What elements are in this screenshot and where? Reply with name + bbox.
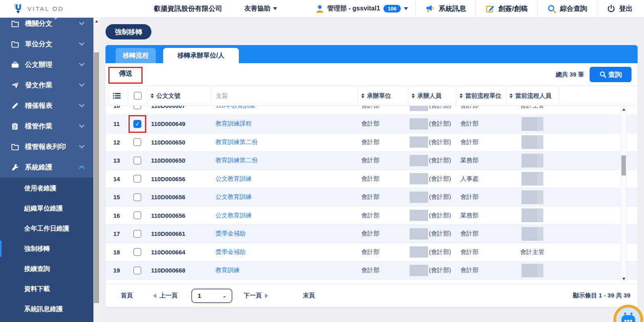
submenu-item-continuation-query[interactable]: 接續查詢 [0,259,93,279]
scroll-up-arrow-icon[interactable] [621,108,626,111]
sidebar-item-archive-operations[interactable]: 檔管作業 [0,116,93,136]
help-menu[interactable]: 友善協助 [244,4,277,13]
row-checkbox-cell [128,188,147,206]
subject-link[interactable]: 獎學金補助 [215,230,246,237]
subject-link[interactable]: 教育訓練第二份 [215,138,258,146]
person-cell: (會計部) [408,152,456,170]
column-unit-header[interactable]: 承辦單位 [358,86,408,105]
redacted-name [410,246,428,258]
pagination-next[interactable]: 下一頁 [244,292,262,299]
subject-link[interactable]: 獎學金補助 [215,248,246,256]
column-list-header[interactable] [106,86,128,105]
scroll-down-arrow-icon[interactable] [621,278,626,281]
column-flow-person-header[interactable]: 當前流程人員 [506,86,559,105]
row-checkbox[interactable] [133,266,141,275]
row-checkbox[interactable] [133,157,141,165]
row-checkbox-cell [128,225,147,243]
table-scrollbar-thumb[interactable] [621,155,626,175]
row-checkbox[interactable] [133,193,141,201]
submenu-item-workday-maintenance[interactable]: 全年工作日維護 [0,219,93,239]
subject-link[interactable]: 教育訓練 [215,266,240,274]
doc-number: 110D000661 [147,225,211,243]
system-maintenance-submenu: 使用者維護 組織單位維護 全年工作日維護 強制移轉 接續查詢 資料下載 系統訊息… [0,178,93,322]
flow-unit-cell: 會計部 [456,115,506,133]
company-name: 叡揚資訊股份有限公司 [154,4,222,13]
sidebar-item-system-maintenance[interactable]: 系統維護 [0,157,93,178]
select-all-checkbox[interactable] [134,92,142,100]
submenu-item-forced-transfer[interactable]: 強制移轉 [0,239,93,259]
table-body: 10110D000607110年教育訓練會計部(會計部)會計部會計主管11110… [106,106,638,282]
sidebar-item-agency-dispatch[interactable]: 機關分文 [0,18,93,34]
sidebar-item-audit-reports[interactable]: 稽催報表 [0,95,93,116]
tab-transfer-flow[interactable]: 移轉流程 [116,48,156,63]
doc-number: 110D000650 [147,152,211,170]
row-checkbox[interactable] [133,230,141,238]
table-row: 10110D000607110年教育訓練會計部(會計部)會計部會計主管 [106,106,638,115]
column-docno-header[interactable]: 公文文號 [147,86,211,105]
scroll-up-arrow-icon[interactable] [93,18,99,25]
nav-create-draft[interactable]: 創簽/創稿 [476,0,537,17]
person-cell: (會計部) [408,106,456,115]
sidebar-item-outgoing-documents[interactable]: 發文作業 [0,75,93,95]
sidebar: 機關分文 單位分文 公文辦理 發文作業 稽催報表 檔管作業 [0,18,93,322]
subject-link[interactable]: 110年教育訓練 [215,106,255,109]
column-person-header[interactable]: 承辦人員 [408,86,456,105]
sidebar-item-archive-report-print[interactable]: 檔管報表列印 [0,136,93,157]
row-checkbox[interactable] [133,106,141,109]
notification-badge: 106 [383,5,401,12]
sidebar-scrollbar[interactable] [93,18,99,322]
pagination-last[interactable]: 末頁 [303,292,315,299]
unit-cell: 會計部 [358,115,408,133]
row-number: 13 [106,152,128,170]
submenu-item-system-message-maintenance[interactable]: 系統訊息維護 [0,299,93,319]
pagination-bar: 首頁 上一頁 1 ⌄ 下一頁 末頁 顯示條目 1 - 39 共 39 [106,284,638,307]
person-cell: (會計部) [408,115,456,133]
table-scrollbar[interactable] [621,107,627,282]
doc-number: 110D000656 [147,170,211,188]
subject-link[interactable]: 公文教育訓練 [215,175,252,183]
doc-number: 110D000649 [147,115,211,133]
nav-system-messages[interactable]: 系統訊息 [416,0,476,17]
doc-number: 110D000664 [147,243,211,261]
subject-link[interactable]: 公文教育訓練 [215,212,252,219]
chevron-down-icon [79,22,85,25]
sidebar-scrollbar-thumb[interactable] [94,52,99,303]
column-flow-unit-header[interactable]: 當前流程單位 [456,86,506,105]
subject-link[interactable]: 教育訓練課程 [215,120,252,128]
subject-link[interactable]: 公文教育訓練 [215,193,252,201]
sidebar-item-document-handling[interactable]: 公文辦理 [0,54,93,75]
submenu-item-user-maintenance[interactable]: 使用者維護 [0,178,93,198]
row-checkbox[interactable] [133,175,141,183]
toolbar: 傳送 總共 39 筆 查詢 [106,63,638,86]
select-all-checkbox-cell[interactable] [128,86,147,105]
flow-unit-cell: 業務部 [456,206,506,225]
total-count: 總共 39 筆 [556,71,584,78]
tab-transfer-unit-person[interactable]: 移轉承辦單位/人 [163,48,239,63]
row-checkbox[interactable] [133,138,141,146]
submenu-item-data-download[interactable]: 資料下載 [0,279,93,299]
flow-person-cell [506,152,559,170]
logout-button[interactable]: 登出 [597,0,644,17]
page-select[interactable]: 1 ⌄ [191,289,232,303]
pagination-first[interactable]: 首頁 [121,292,133,299]
pagination-prev[interactable]: 上一頁 [159,292,178,299]
row-checkbox[interactable] [133,211,141,219]
subject-link[interactable]: 教育訓練第二份 [215,157,258,164]
row-checkbox[interactable] [133,248,141,256]
redacted-name [522,117,543,131]
next-arrow-icon[interactable] [265,293,271,298]
flow-unit-cell: 會計部 [456,225,506,243]
row-number: 18 [106,243,128,261]
column-extra-header [559,86,638,105]
table-row: 18110D000664獎學金補助會計部(會計部)會計部會計主管 [106,243,638,262]
redacted-name [522,190,543,204]
nav-combined-query[interactable]: 綜合查詢 [538,0,597,17]
prev-arrow-icon[interactable] [151,293,156,298]
query-button[interactable]: 查詢 [590,67,632,82]
unit-cell: 會計部 [358,225,408,243]
user-menu[interactable]: 管理部 - gssvital1 106 [308,0,415,17]
unit-cell: 會計部 [358,206,408,225]
sidebar-item-unit-dispatch[interactable]: 單位分文 [0,34,93,54]
numbered-list-icon [112,92,121,100]
submenu-item-org-unit-maintenance[interactable]: 組織單位維護 [0,198,93,219]
